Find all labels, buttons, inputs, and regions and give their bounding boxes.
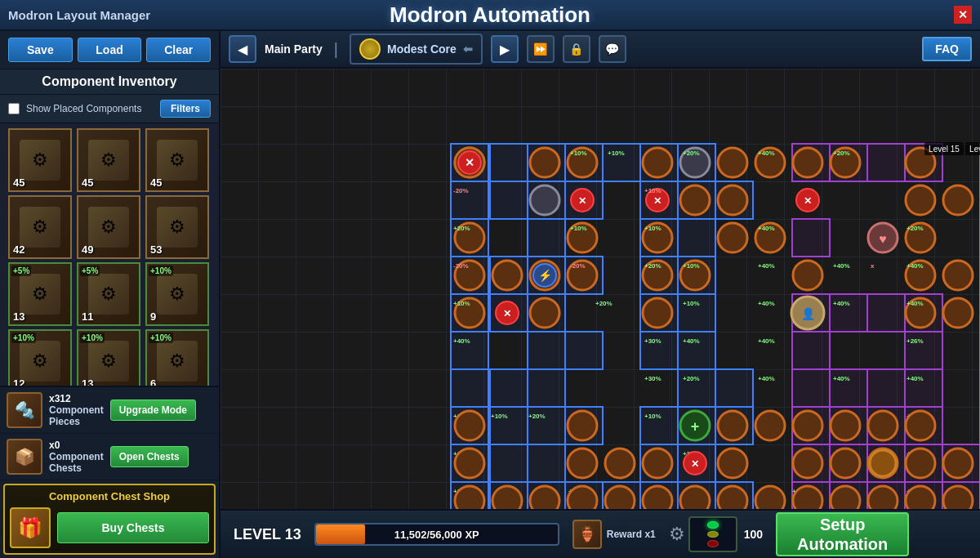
component-bonus-7: +5%	[80, 266, 100, 276]
component-icon-6: ⚙	[20, 274, 60, 315]
component-pieces-row: 🔩 x312 ComponentPieces Upgrade Mode	[0, 387, 219, 434]
component-icon-11: ⚙	[157, 341, 198, 382]
component-cell-7[interactable]: ⚙ +5% 11	[77, 262, 140, 326]
component-count-7: 11	[82, 310, 93, 323]
component-cell-2[interactable]: ⚙ 45	[145, 128, 209, 192]
show-placed-row: Show Placed Components Filters	[0, 95, 219, 123]
setup-automation-label: SetupAutomation	[797, 515, 888, 554]
component-cell-9[interactable]: ⚙ +10% 12	[8, 329, 72, 386]
level-display: LEVEL 13	[234, 526, 301, 543]
gear-icon: ⚙	[669, 524, 685, 545]
sidebar-bottom: 🔩 x312 ComponentPieces Upgrade Mode 📦 x0…	[0, 386, 219, 558]
component-pieces-info: x312 ComponentPieces	[49, 393, 104, 427]
upgrade-mode-button[interactable]: Upgrade Mode	[110, 400, 196, 421]
back-button[interactable]: ◀	[229, 35, 256, 63]
component-icon-2: ⚙	[157, 140, 198, 181]
buy-chests-button[interactable]: Buy Chests	[57, 512, 209, 543]
component-count-10: 13	[82, 377, 93, 386]
core-icon	[359, 38, 381, 60]
chat-button[interactable]: 💬	[599, 35, 626, 63]
game-canvas[interactable]: ✕	[220, 69, 980, 509]
core-name: Modest Core	[387, 42, 457, 56]
component-cell-0[interactable]: ⚙ 45	[8, 128, 72, 192]
reward-label: Reward x1	[607, 529, 656, 540]
close-button[interactable]: ✕	[954, 6, 972, 24]
app-title: Modron Layout Manager	[8, 8, 150, 22]
game-grid	[220, 69, 980, 509]
main-area: ◀ Main Party | Modest Core ⬅ ▶ ⏩ 🔒 💬 FAQ	[220, 31, 980, 558]
lock-button[interactable]: 🔒	[563, 35, 590, 63]
component-icon-7: ⚙	[88, 274, 129, 315]
pct-display: 100	[744, 528, 763, 541]
component-chests-row: 📦 x0 ComponentChests Open Chests	[0, 434, 219, 480]
filters-button[interactable]: Filters	[160, 100, 211, 118]
component-chests-info: x0 ComponentChests	[49, 440, 104, 474]
component-chests-count: x0	[49, 440, 104, 451]
component-cell-6[interactable]: ⚙ +5% 13	[8, 262, 72, 326]
component-pieces-icon: 🔩	[7, 392, 42, 428]
component-count-1: 45	[82, 176, 93, 189]
component-count-3: 42	[13, 243, 24, 256]
component-icon-5: ⚙	[157, 207, 198, 248]
component-pieces-count: x312	[49, 393, 104, 404]
component-cell-4[interactable]: ⚙ 49	[77, 195, 140, 259]
component-grid: ⚙ 45 ⚙ 45 ⚙ 45 ⚙ 42 ⚙ 49	[0, 123, 219, 386]
party-label: Main Party	[265, 42, 323, 56]
title-bar: Modron Layout Manager Modron Automation …	[0, 0, 980, 31]
component-icon-10: ⚙	[88, 341, 129, 382]
xp-bar-container: 11,502/56,000 XP	[314, 523, 559, 546]
fast-forward-button[interactable]: ⏩	[527, 35, 555, 63]
component-bonus-8: +10%	[149, 266, 173, 276]
component-cell-11[interactable]: ⚙ +10% 6	[145, 329, 209, 386]
core-arrow-icon: ⬅	[463, 42, 473, 56]
clear-button[interactable]: Clear	[146, 38, 211, 62]
chest-shop-icon: 🎁	[10, 507, 51, 548]
component-cell-5[interactable]: ⚙ 53	[145, 195, 209, 259]
save-button[interactable]: Save	[8, 38, 73, 62]
status-bar: LEVEL 13 11,502/56,000 XP 🏺 Reward x1 ⚙	[220, 509, 980, 558]
component-pieces-label: ComponentPieces	[49, 404, 104, 427]
component-count-2: 45	[150, 176, 162, 189]
green-light	[707, 521, 719, 529]
sidebar: Save Load Clear Component Inventory Show…	[0, 31, 220, 558]
open-chests-button[interactable]: Open Chests	[110, 446, 189, 467]
setup-automation-button[interactable]: SetupAutomation	[776, 512, 909, 556]
component-count-9: 12	[13, 377, 24, 386]
xp-bar-fill	[316, 525, 366, 544]
traffic-lights	[688, 516, 737, 552]
sidebar-top-buttons: Save Load Clear	[0, 31, 219, 69]
main-body: Save Load Clear Component Inventory Show…	[0, 31, 980, 558]
component-count-6: 13	[13, 310, 24, 323]
component-icon-9: ⚙	[20, 341, 60, 382]
play-button[interactable]: ▶	[491, 35, 519, 63]
chest-shop-title: Component Chest Shop	[10, 490, 209, 502]
component-bonus-6: +5%	[11, 266, 31, 276]
main-title: Modron Automation	[390, 2, 590, 28]
component-cell-10[interactable]: ⚙ +10% 13	[77, 329, 140, 386]
component-icon-8: ⚙	[157, 274, 198, 315]
component-count-0: 45	[13, 176, 24, 189]
xp-text: 11,502/56,000 XP	[394, 529, 479, 541]
component-chests-label: ComponentChests	[49, 451, 104, 474]
yellow-light	[707, 531, 719, 538]
red-light	[707, 540, 719, 547]
reward-icon: 🏺	[572, 520, 602, 549]
nav-bar: ◀ Main Party | Modest Core ⬅ ▶ ⏩ 🔒 💬 FAQ	[220, 31, 980, 69]
component-count-5: 53	[150, 243, 162, 256]
core-selector[interactable]: Modest Core ⬅	[350, 33, 483, 65]
component-bonus-11: +10%	[149, 333, 173, 343]
component-count-4: 49	[82, 243, 93, 256]
component-cell-3[interactable]: ⚙ 42	[8, 195, 72, 259]
chest-shop-row: 🎁 Buy Chests	[10, 507, 209, 548]
component-icon-4: ⚙	[88, 207, 129, 248]
component-cell-8[interactable]: ⚙ +10% 9	[145, 262, 209, 326]
component-icon-3: ⚙	[20, 207, 60, 248]
component-chests-icon: 📦	[7, 439, 42, 475]
component-cell-1[interactable]: ⚙ 45	[77, 128, 140, 192]
show-placed-checkbox[interactable]	[8, 103, 20, 114]
reward-section: 🏺 Reward x1	[572, 520, 656, 549]
component-icon-1: ⚙	[88, 140, 129, 181]
faq-button[interactable]: FAQ	[922, 37, 972, 61]
load-button[interactable]: Load	[78, 38, 142, 62]
component-icon-0: ⚙	[20, 140, 60, 181]
